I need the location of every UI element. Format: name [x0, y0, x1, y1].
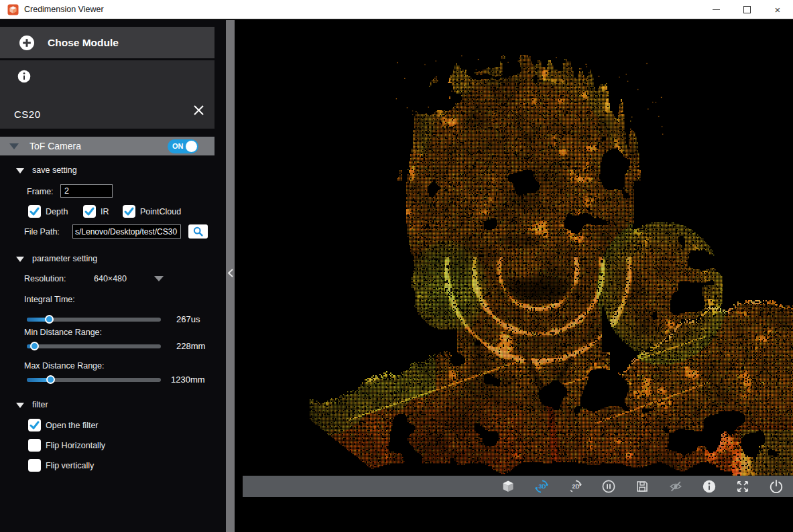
window-title: Credimension Viewer	[24, 5, 104, 14]
open-filter-label: Open the filter	[46, 421, 99, 430]
min-distance-label: Min Distance Range:	[24, 328, 102, 337]
integral-time-slider[interactable]	[27, 315, 161, 324]
svg-text:2D: 2D	[572, 483, 579, 490]
parameter-setting-collapse-icon[interactable]	[16, 257, 24, 262]
slider-track[interactable]	[27, 344, 161, 348]
chose-module-label: Chose Module	[48, 37, 119, 49]
power-icon[interactable]	[769, 479, 784, 494]
chose-module-header[interactable]: Chose Module	[0, 27, 215, 58]
frame-label: Frame:	[27, 187, 54, 196]
save-setting-label: save setting	[32, 165, 77, 175]
collapse-triangle-icon[interactable]	[9, 143, 19, 149]
fullscreen-icon[interactable]	[735, 479, 750, 494]
flip-vertically-label: Flip vertically	[46, 461, 94, 470]
ir-checkbox[interactable]: IR	[83, 205, 109, 218]
toggle-on-label: ON	[172, 142, 184, 150]
resolution-label: Resolution:	[24, 274, 66, 283]
tof-camera-toggle[interactable]: ON	[168, 139, 198, 153]
app-window: Chose Module CS20 ToF Camera ON save set…	[0, 20, 793, 532]
save-setting-collapse-icon[interactable]	[16, 168, 24, 174]
file-path-label: File Path:	[24, 227, 60, 237]
sidebar: Chose Module CS20 ToF Camera ON save set…	[0, 20, 226, 532]
flip-vertically-checkbox[interactable]: Flip vertically	[28, 459, 94, 472]
checkbox-box[interactable]	[28, 459, 41, 472]
filter-label: filter	[32, 400, 48, 409]
viewport-toolbar: 3D 2D	[243, 476, 793, 497]
integral-time-label: Integral Time:	[24, 295, 75, 304]
toggle-knob[interactable]	[186, 141, 197, 152]
max-distance-value: 1230mm	[171, 375, 205, 385]
max-distance-slider[interactable]	[27, 375, 161, 384]
module-info-icon[interactable]	[17, 70, 31, 83]
file-path-input[interactable]	[72, 224, 181, 239]
checkbox-box[interactable]	[83, 205, 96, 218]
tof-camera-label: ToF Camera	[29, 141, 81, 151]
flip-horizontally-checkbox[interactable]: Flip Horizontally	[28, 439, 105, 452]
cube-view-icon[interactable]	[501, 479, 515, 494]
pause-icon[interactable]	[601, 479, 616, 494]
slider-thumb[interactable]	[46, 375, 55, 384]
depth-label: Depth	[46, 207, 68, 216]
minimize-button[interactable]	[700, 0, 731, 19]
min-distance-value: 228mm	[176, 341, 205, 351]
frame-input[interactable]	[60, 184, 113, 198]
module-close-icon[interactable]	[193, 105, 204, 116]
depth-checkbox[interactable]: Depth	[28, 205, 68, 218]
close-button[interactable]: ×	[762, 0, 793, 19]
rotate-2d-icon[interactable]: 2D	[568, 479, 583, 494]
search-icon	[192, 226, 204, 237]
open-filter-checkbox[interactable]: Open the filter	[28, 419, 99, 431]
min-distance-slider[interactable]	[27, 342, 161, 350]
slider-thumb[interactable]	[30, 342, 39, 350]
tof-camera-header[interactable]: ToF Camera ON	[0, 137, 215, 155]
save-icon[interactable]	[635, 479, 650, 494]
hide-cloud-icon[interactable]	[668, 479, 683, 494]
integral-time-value: 267us	[176, 314, 200, 324]
resolution-value[interactable]: 640×480	[94, 274, 127, 283]
module-card: CS20	[0, 60, 215, 129]
checkbox-box[interactable]	[123, 205, 135, 218]
checkbox-box[interactable]	[28, 205, 41, 218]
minimize-icon	[713, 9, 720, 10]
svg-text:3D: 3D	[538, 483, 546, 490]
collapse-sidebar-icon[interactable]	[227, 269, 233, 277]
pointcloud-viewport[interactable]: 3D 2D	[235, 20, 793, 532]
maximize-icon	[743, 6, 751, 13]
checkbox-box[interactable]	[28, 439, 41, 452]
ir-label: IR	[101, 207, 109, 216]
max-distance-label: Max Distance Range:	[24, 361, 105, 371]
checkbox-box[interactable]	[28, 419, 41, 431]
app-logo-icon	[7, 4, 19, 15]
flip-horizontally-label: Flip Horizontally	[46, 441, 105, 450]
title-bar: Credimension Viewer ×	[0, 0, 793, 20]
module-name: CS20	[14, 109, 41, 120]
filter-collapse-icon[interactable]	[16, 403, 24, 408]
sidebar-splitter[interactable]	[226, 20, 235, 532]
resolution-dropdown-icon[interactable]	[154, 276, 164, 281]
parameter-setting-label: parameter setting	[32, 254, 97, 263]
add-module-icon[interactable]	[19, 35, 35, 51]
maximize-button[interactable]	[731, 0, 762, 19]
info-icon[interactable]	[702, 479, 717, 494]
slider-thumb[interactable]	[45, 315, 54, 324]
rotate-3d-icon[interactable]: 3D	[534, 479, 549, 494]
pointcloud-canvas[interactable]	[235, 20, 793, 532]
browse-path-button[interactable]	[188, 224, 208, 239]
close-icon: ×	[775, 5, 781, 15]
pointcloud-label: PointCloud	[140, 207, 181, 216]
pointcloud-checkbox[interactable]: PointCloud	[123, 205, 181, 218]
